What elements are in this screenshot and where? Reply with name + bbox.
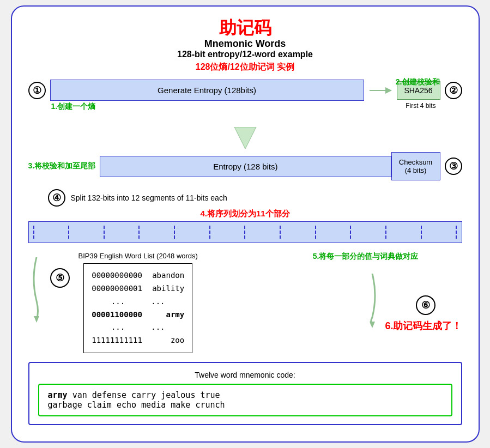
step2-label: 2.创建校验和 (396, 77, 440, 87)
step3-entropy-box: Entropy (128 bits) (100, 156, 391, 177)
step4-area: ④ Split 132-bits into 12 segments of 11-… (28, 189, 462, 243)
word-zoo: zoo (171, 334, 184, 347)
subtitle-zh: 128位熵/12位助记词 实例 (28, 62, 462, 73)
wordlist-row-dots2: ... ... (92, 321, 184, 334)
firstbits-label: First 4 bits (406, 102, 435, 112)
title-en1: Mnemonic Words (28, 38, 462, 50)
step5-label: 5.将每一部分的值与词典做对应 (313, 252, 419, 262)
step2-circle: ② (445, 82, 462, 99)
step1-sublabel: 1.创建一个熵 (51, 102, 96, 112)
wordlist-title: BIP39 English Word List (2048 words) (78, 252, 198, 260)
title-en2: 128-bit entropy/12-word example (28, 50, 462, 59)
mnemonic-rest1: van defense carry jealous true (68, 390, 220, 400)
wordlist-row-army: 00001100000 army (92, 308, 184, 322)
dots-2: ... (111, 321, 125, 334)
step3-row: 3.将校验和加至尾部 Entropy (128 bits) Checksum (… (28, 152, 462, 180)
word-0: abandon (152, 269, 184, 282)
wordlist-wrapper: BIP39 English Word List (2048 words) 000… (78, 252, 198, 353)
step5-right-arrow (364, 252, 380, 328)
dots-2b: ... (151, 321, 165, 334)
mnemonic-area: Twelve word mnemonic code: army van defe… (28, 362, 462, 425)
binary-1: 00000000001 (92, 282, 142, 295)
binary-zoo: 11111111111 (92, 334, 142, 347)
word-army: army (166, 308, 184, 322)
binary-0: 00000000000 (92, 269, 142, 282)
step4-label-zh: 4.将序列划分为11个部分 (28, 209, 462, 219)
step1-sublabels: 1.创建一个熵 First 4 bits (28, 102, 462, 112)
wordlist-row-zoo: 11111111111 zoo (92, 334, 184, 347)
mnemonic-line1: army van defense carry jealous true (48, 390, 443, 400)
wordlist-row-dots1: ... ... (92, 295, 184, 308)
step5-circle: ⑤ (50, 268, 70, 288)
step3-label: 3.将校验和加至尾部 (28, 161, 96, 171)
step5-area: ⑤ BIP39 English Word List (2048 words) 0… (28, 252, 462, 353)
step3-area: 3.将校验和加至尾部 Entropy (128 bits) Checksum (… (28, 152, 462, 180)
title-zh: 助记码 (28, 17, 462, 38)
svg-marker-3 (34, 316, 39, 323)
step4-text-row: ④ Split 132-bits into 12 segments of 11-… (48, 189, 462, 207)
svg-marker-4 (370, 322, 375, 328)
dots-1: ... (111, 295, 125, 308)
mnemonic-line2: garbage claim echo media make crunch (48, 400, 443, 410)
step5-left-arrow (28, 252, 45, 323)
svg-marker-2 (234, 127, 256, 149)
army-bold: army (48, 390, 68, 400)
checksum-label: Checksum (4 bits) (399, 158, 432, 174)
bits-row (28, 221, 462, 243)
wordlist-row-0: 00000000000 abandon (92, 269, 184, 282)
step6-circle: ⑥ (416, 295, 435, 315)
checksum-box: Checksum (4 bits) (391, 152, 440, 180)
step6-right-col: ⑥ 6.助记码生成了！ (385, 252, 462, 332)
binary-army: 00001100000 (92, 308, 142, 322)
step4-circle: ④ (48, 189, 65, 207)
arrow-down-1 (28, 127, 462, 149)
word-1: ability (152, 282, 184, 295)
mnemonic-words-box: army van defense carry jealous true garb… (38, 384, 452, 416)
wordlist-row-1: 00000000001 ability (92, 282, 184, 295)
step1-entropy-box: Generate Entropy (128bits) (50, 80, 364, 101)
step1-circle: ① (28, 82, 46, 99)
step6-label: 6.助记码生成了！ (385, 319, 462, 332)
mnemonic-title: Twelve word mnemonic code: (38, 371, 452, 379)
dots-1b: ... (151, 295, 165, 308)
step1-arrow (364, 82, 397, 99)
step4-text: Split 132-bits into 12 segments of 11-bi… (71, 193, 227, 202)
main-container: 助记码 Mnemonic Words 128-bit entropy/12-wo… (11, 5, 480, 443)
step1-area: 2.创建校验和 ① Generate Entropy (128bits) SHA… (28, 80, 462, 112)
step3-circle: ③ (445, 158, 462, 175)
wordlist-container: 00000000000 abandon 00000000001 ability … (83, 263, 192, 353)
